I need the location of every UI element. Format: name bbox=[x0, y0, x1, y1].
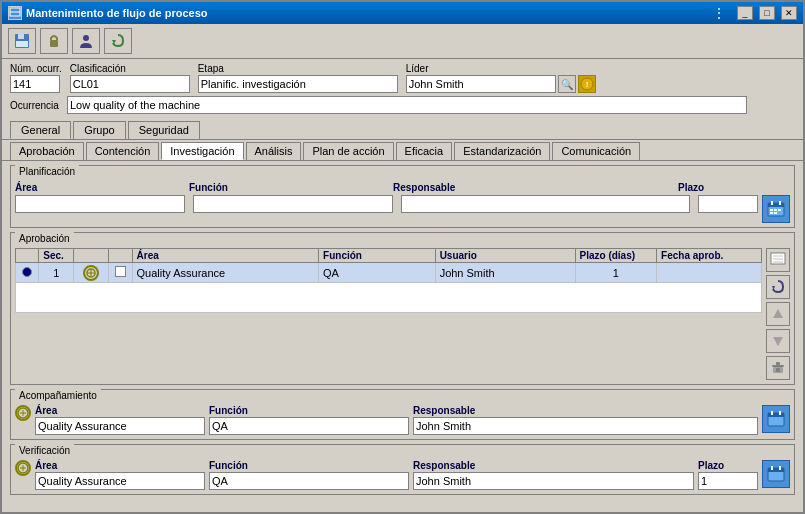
tab-investigacion[interactable]: Investigación bbox=[161, 142, 243, 160]
planificacion-responsable-input[interactable] bbox=[401, 195, 690, 213]
tab-grupo[interactable]: Grupo bbox=[73, 121, 126, 139]
row-status-icon bbox=[83, 265, 99, 281]
ocurrencia-row: Ocurrencia bbox=[10, 96, 795, 114]
acomp-funcion-label: Función bbox=[209, 405, 409, 416]
planificacion-plazo-input[interactable] bbox=[698, 195, 758, 213]
acompanamiento-row: Área Función Responsable bbox=[15, 405, 790, 435]
radio-cell[interactable] bbox=[16, 263, 39, 283]
verif-responsable-label: Responsable bbox=[413, 460, 694, 471]
svg-marker-28 bbox=[773, 337, 783, 346]
verif-area-input[interactable] bbox=[35, 472, 205, 490]
lock-button[interactable] bbox=[40, 28, 68, 54]
tab-comunicacion[interactable]: Comunicación bbox=[552, 142, 640, 160]
svg-rect-14 bbox=[770, 209, 773, 211]
refresh-row-button[interactable] bbox=[766, 275, 790, 299]
svg-rect-18 bbox=[774, 212, 777, 214]
aprobacion-empty-row bbox=[16, 283, 762, 313]
svg-rect-3 bbox=[18, 34, 24, 39]
cb-cell[interactable] bbox=[109, 263, 132, 283]
seq-cell: 1 bbox=[39, 263, 74, 283]
acomp-responsable-input[interactable] bbox=[413, 417, 758, 435]
up-button[interactable] bbox=[766, 302, 790, 326]
planificacion-area-input[interactable] bbox=[15, 195, 185, 213]
acompanamiento-section: Acompañamiento Área Función bbox=[10, 389, 795, 440]
aprobacion-content: Sec. Área Función Usuario Plazo (días) F… bbox=[11, 246, 794, 384]
minimize-button[interactable]: _ bbox=[737, 6, 753, 20]
funcion-cell: QA bbox=[319, 263, 436, 283]
title-bar: Mantenimiento de flujo de proceso ⋮ _ □ … bbox=[2, 2, 803, 24]
lider-search-button[interactable]: 🔍 bbox=[558, 75, 576, 93]
planificacion-fields: Área Función Responsable Plazo bbox=[15, 181, 758, 213]
verif-funcion-input[interactable] bbox=[209, 472, 409, 490]
aprobacion-section: Aprobación Sec. Área bbox=[10, 232, 795, 385]
clasificacion-label: Clasificación bbox=[70, 63, 190, 74]
verif-icon bbox=[15, 460, 31, 476]
verif-responsable-input[interactable] bbox=[413, 472, 694, 490]
col-icon bbox=[74, 249, 109, 263]
planificacion-section: Planificación Área Función Responsabl bbox=[10, 165, 795, 228]
lider-action-button[interactable]: ! bbox=[578, 75, 596, 93]
tab-analisis[interactable]: Análisis bbox=[246, 142, 302, 160]
row-radio[interactable] bbox=[22, 267, 32, 277]
area-cell: Quality Assurance bbox=[132, 263, 319, 283]
acomp-labels: Área Función Responsable bbox=[35, 405, 758, 416]
tab-general[interactable]: General bbox=[10, 121, 71, 139]
outer-tabs: General Grupo Seguridad bbox=[2, 121, 803, 139]
add-row-button[interactable] bbox=[766, 248, 790, 272]
svg-rect-30 bbox=[772, 365, 784, 367]
verif-calendar-button[interactable] bbox=[762, 460, 790, 488]
tab-eficacia[interactable]: Eficacia bbox=[396, 142, 453, 160]
verificacion-title: Verificación bbox=[15, 444, 74, 457]
planificacion-calendar-button[interactable] bbox=[762, 195, 790, 223]
verif-plazo-input[interactable] bbox=[698, 472, 758, 490]
acomp-area-input[interactable] bbox=[35, 417, 205, 435]
acomp-values bbox=[35, 417, 758, 435]
ocurrencia-input[interactable] bbox=[67, 96, 747, 114]
etapa-label: Etapa bbox=[198, 63, 398, 74]
plazo-label: Plazo bbox=[678, 182, 704, 193]
responsable-label: Responsable bbox=[393, 182, 455, 193]
tab-estandarizacion[interactable]: Estandarización bbox=[454, 142, 550, 160]
funcion-label: Función bbox=[189, 182, 228, 193]
ocurrencia-label: Ocurrencia bbox=[10, 100, 59, 111]
maximize-button[interactable]: □ bbox=[759, 6, 775, 20]
acompanamiento-title: Acompañamiento bbox=[15, 389, 101, 402]
svg-marker-27 bbox=[773, 309, 783, 318]
acomp-calendar-button[interactable] bbox=[762, 405, 790, 433]
aprobacion-row[interactable]: 1 bbox=[16, 263, 762, 283]
num-ocurr-input[interactable] bbox=[10, 75, 60, 93]
acomp-funcion-input[interactable] bbox=[209, 417, 409, 435]
verificacion-fields: Área Función Responsable Plazo bbox=[35, 460, 758, 490]
lider-input[interactable] bbox=[406, 75, 556, 93]
verificacion-section: Verificación Área Función bbox=[10, 444, 795, 495]
col-plazo-dias: Plazo (días) bbox=[575, 249, 657, 263]
empty-cell bbox=[16, 283, 762, 313]
tab-aprobacion[interactable]: Aprobación bbox=[10, 142, 84, 160]
form-row-1: Núm. ocurr. Clasificación Etapa Líder 🔍 bbox=[10, 63, 795, 93]
svg-rect-29 bbox=[776, 362, 780, 365]
svg-text:!: ! bbox=[585, 80, 588, 89]
responsable-label-cell: Responsable bbox=[393, 181, 674, 193]
down-button[interactable] bbox=[766, 329, 790, 353]
menu-dots[interactable]: ⋮ bbox=[712, 5, 727, 21]
refresh-button[interactable] bbox=[104, 28, 132, 54]
tab-contencion[interactable]: Contención bbox=[86, 142, 160, 160]
num-ocurr-label: Núm. ocurr. bbox=[10, 63, 62, 74]
verif-values bbox=[35, 472, 758, 490]
tools-button[interactable] bbox=[766, 356, 790, 380]
window-title: Mantenimiento de flujo de proceso bbox=[26, 7, 208, 19]
row-checkbox[interactable] bbox=[115, 266, 126, 277]
lider-row: 🔍 ! bbox=[406, 75, 596, 93]
etapa-input[interactable] bbox=[198, 75, 398, 93]
planificacion-funcion-input[interactable] bbox=[193, 195, 393, 213]
clasificacion-input[interactable] bbox=[70, 75, 190, 93]
user-button[interactable] bbox=[72, 28, 100, 54]
verif-plazo-label: Plazo bbox=[698, 460, 758, 471]
tab-plan-accion[interactable]: Plan de acción bbox=[303, 142, 393, 160]
close-button[interactable]: ✕ bbox=[781, 6, 797, 20]
tab-seguridad[interactable]: Seguridad bbox=[128, 121, 200, 139]
save-button[interactable] bbox=[8, 28, 36, 54]
svg-rect-45 bbox=[768, 468, 784, 472]
acompanamiento-fields: Área Función Responsable bbox=[35, 405, 758, 435]
area-label: Área bbox=[15, 182, 37, 193]
